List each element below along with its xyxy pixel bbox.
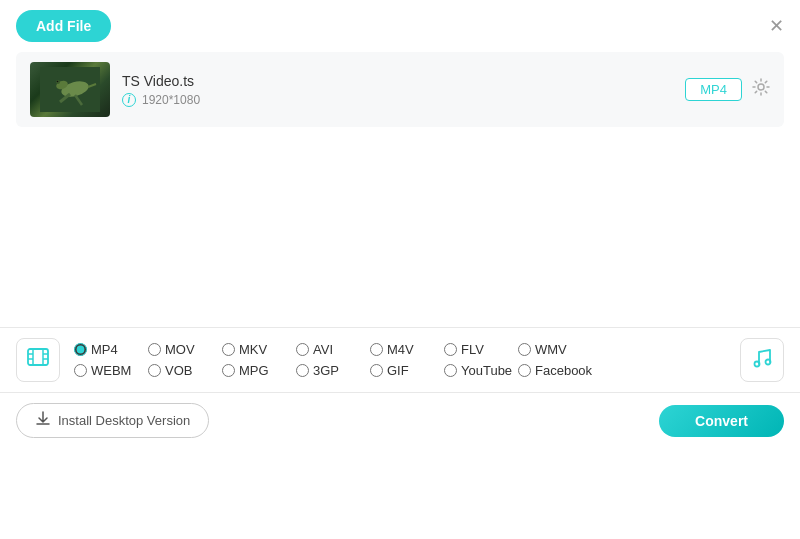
svg-point-17 (766, 359, 771, 364)
format-radio-flv[interactable] (444, 343, 457, 356)
video-format-icon-wrapper[interactable] (16, 338, 60, 382)
format-option-facebook[interactable]: Facebook (518, 363, 592, 378)
format-option-m4v[interactable]: M4V (370, 342, 440, 357)
format-radio-webm[interactable] (74, 364, 87, 377)
format-label-gif: GIF (387, 363, 409, 378)
format-label-m4v: M4V (387, 342, 414, 357)
format-option-youtube[interactable]: YouTube (444, 363, 514, 378)
format-radio-mp4[interactable] (74, 343, 87, 356)
svg-point-4 (57, 81, 59, 83)
format-radio-mkv[interactable] (222, 343, 235, 356)
format-option-avi[interactable]: AVI (296, 342, 366, 357)
format-label-wmv: WMV (535, 342, 567, 357)
install-label: Install Desktop Version (58, 413, 190, 428)
format-radio-wmv[interactable] (518, 343, 531, 356)
format-label-3gp: 3GP (313, 363, 339, 378)
format-radio-m4v[interactable] (370, 343, 383, 356)
settings-button[interactable] (752, 78, 770, 101)
format-radio-avi[interactable] (296, 343, 309, 356)
audio-format-icon-wrapper[interactable] (740, 338, 784, 382)
format-radio-youtube[interactable] (444, 364, 457, 377)
format-option-gif[interactable]: GIF (370, 363, 440, 378)
install-button[interactable]: Install Desktop Version (16, 403, 209, 438)
format-label-mp4: MP4 (91, 342, 118, 357)
file-meta: i 1920*1080 (122, 93, 673, 107)
format-radio-mov[interactable] (148, 343, 161, 356)
file-resolution: 1920*1080 (142, 93, 200, 107)
footer-bar: Install Desktop Version Convert (0, 393, 800, 448)
middle-space (0, 127, 800, 327)
format-row-1: MP4MOVMKVAVIM4VFLVWMV (74, 342, 726, 357)
format-option-vob[interactable]: VOB (148, 363, 218, 378)
format-row-2: WEBMVOBMPG3GPGIFYouTubeFacebook (74, 363, 726, 378)
format-option-3gp[interactable]: 3GP (296, 363, 366, 378)
download-icon (35, 411, 51, 430)
format-option-mov[interactable]: MOV (148, 342, 218, 357)
format-label-mov: MOV (165, 342, 195, 357)
format-label-mkv: MKV (239, 342, 267, 357)
format-badge[interactable]: MP4 (685, 78, 742, 101)
file-list: TS Video.ts i 1920*1080 MP4 (16, 52, 784, 127)
info-icon: i (122, 93, 136, 107)
format-option-webm[interactable]: WEBM (74, 363, 144, 378)
bottom-section: MP4MOVMKVAVIM4VFLVWMV WEBMVOBMPG3GPGIFYo… (0, 327, 800, 448)
format-label-flv: FLV (461, 342, 484, 357)
format-radio-mpg[interactable] (222, 364, 235, 377)
music-icon (751, 347, 773, 374)
add-file-button[interactable]: Add File (16, 10, 111, 42)
gear-icon (752, 78, 770, 96)
format-bar: MP4MOVMKVAVIM4VFLVWMV WEBMVOBMPG3GPGIFYo… (0, 328, 800, 393)
format-option-mkv[interactable]: MKV (222, 342, 292, 357)
file-info: TS Video.ts i 1920*1080 (122, 73, 673, 107)
format-option-wmv[interactable]: WMV (518, 342, 588, 357)
format-radio-facebook[interactable] (518, 364, 531, 377)
format-radio-gif[interactable] (370, 364, 383, 377)
format-option-flv[interactable]: FLV (444, 342, 514, 357)
format-radio-vob[interactable] (148, 364, 161, 377)
file-name: TS Video.ts (122, 73, 673, 89)
file-actions: MP4 (685, 78, 770, 101)
close-button[interactable]: ✕ (769, 17, 784, 35)
svg-rect-9 (28, 349, 48, 365)
file-thumbnail (30, 62, 110, 117)
format-radio-3gp[interactable] (296, 364, 309, 377)
format-label-avi: AVI (313, 342, 333, 357)
format-label-mpg: MPG (239, 363, 269, 378)
format-label-youtube: YouTube (461, 363, 512, 378)
format-label-vob: VOB (165, 363, 192, 378)
svg-point-16 (755, 361, 760, 366)
format-label-facebook: Facebook (535, 363, 592, 378)
svg-point-8 (758, 84, 764, 90)
format-options: MP4MOVMKVAVIM4VFLVWMV WEBMVOBMPG3GPGIFYo… (74, 342, 726, 378)
format-label-webm: WEBM (91, 363, 131, 378)
film-icon (26, 345, 50, 375)
top-bar: Add File ✕ (0, 0, 800, 52)
format-option-mpg[interactable]: MPG (222, 363, 292, 378)
convert-button[interactable]: Convert (659, 405, 784, 437)
format-option-mp4[interactable]: MP4 (74, 342, 144, 357)
thumbnail-image (40, 67, 100, 112)
